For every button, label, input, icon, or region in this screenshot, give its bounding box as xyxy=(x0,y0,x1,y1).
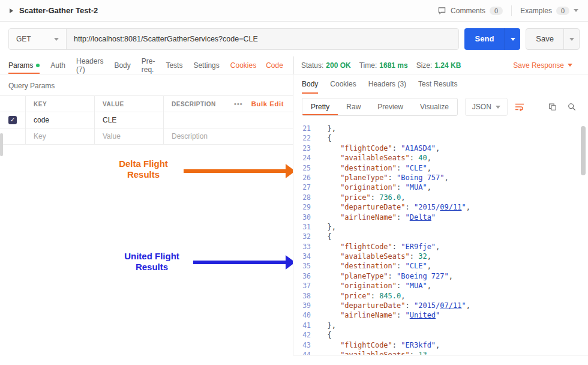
code-line: 41 }, xyxy=(293,321,588,330)
line-number: 25 xyxy=(293,163,319,173)
united-arrow-head-icon xyxy=(286,255,293,270)
line-number: 31 xyxy=(293,222,319,232)
code-line: 44 "availableSeats": 13, xyxy=(293,350,588,355)
sidebar-scroll-handle[interactable] xyxy=(0,133,3,156)
comment-icon xyxy=(437,6,446,15)
view-preview[interactable]: Preview xyxy=(369,98,412,115)
method-select[interactable]: GET xyxy=(9,29,67,49)
line-number: 23 xyxy=(293,143,319,153)
request-tabs-row: Params Auth Headers (7) Body Pre-req. Te… xyxy=(0,56,588,74)
save-options-button[interactable] xyxy=(563,29,579,49)
search-icon[interactable] xyxy=(568,103,576,111)
response-tab-body[interactable]: Body xyxy=(302,74,318,94)
code-line: 21 }, xyxy=(293,124,588,133)
send-options-button[interactable] xyxy=(505,28,520,50)
line-number: 32 xyxy=(293,232,319,241)
line-number: 33 xyxy=(293,242,319,252)
chevron-down-icon xyxy=(54,38,59,41)
code-line: 43 "flightCode": "ER3kfd", xyxy=(293,340,588,350)
param-key-placeholder[interactable]: Key xyxy=(25,128,94,144)
column-key: KEY xyxy=(25,96,94,112)
delta-arrow-head-icon xyxy=(286,164,293,178)
code-line: 35 "destination": "CLE", xyxy=(293,261,588,271)
format-select[interactable]: JSON xyxy=(465,98,508,116)
code-line: 39 "departureDate": "2015/07/11", xyxy=(293,301,588,310)
code-line: 33 "flightCode": "ER9fje", xyxy=(293,242,588,252)
tab-body[interactable]: Body xyxy=(114,56,130,74)
time-label: Time: xyxy=(359,61,377,70)
view-pretty[interactable]: Pretty xyxy=(302,98,338,115)
param-value-cell[interactable]: CLE xyxy=(94,112,163,128)
response-tab-test-results[interactable]: Test Results xyxy=(418,74,457,94)
tab-params[interactable]: Params xyxy=(8,56,40,74)
code-link[interactable]: Code xyxy=(266,61,283,70)
request-title: Scatter-Gather Test-2 xyxy=(19,6,98,15)
line-number: 34 xyxy=(293,252,319,261)
view-mode-segmented-control: Pretty Raw Preview Visualize xyxy=(302,98,458,116)
response-tab-headers[interactable]: Headers (3) xyxy=(368,74,406,94)
line-number: 29 xyxy=(293,202,319,212)
tab-prerequest-label: Pre-req. xyxy=(142,57,155,74)
code-line: 29 "departureDate": "2015/09/11", xyxy=(293,202,588,212)
param-key-cell[interactable]: code xyxy=(25,112,94,128)
copy-icon[interactable] xyxy=(548,103,557,111)
bulk-edit-link[interactable]: Bulk Edit xyxy=(251,100,284,107)
status-label: Status: xyxy=(301,61,323,70)
tab-settings-label: Settings xyxy=(193,61,219,70)
cookies-link[interactable]: Cookies xyxy=(230,61,256,70)
comments-count-badge: 0 xyxy=(490,7,503,15)
params-header-row: KEY VALUE DESCRIPTION ••• Bulk Edit xyxy=(0,96,293,112)
line-number: 41 xyxy=(293,321,319,330)
vertical-scrollbar-thumb[interactable] xyxy=(581,126,586,175)
tab-auth[interactable]: Auth xyxy=(50,56,65,74)
status-value: 200 OK xyxy=(326,61,350,70)
line-number: 43 xyxy=(293,340,319,350)
tab-tests[interactable]: Tests xyxy=(166,56,182,74)
delta-arrow-line xyxy=(184,169,286,173)
param-value-placeholder[interactable]: Value xyxy=(94,128,163,144)
tab-prerequest[interactable]: Pre-req. xyxy=(142,56,155,74)
line-number: 36 xyxy=(293,271,319,281)
tab-tests-label: Tests xyxy=(166,61,182,70)
more-options-icon[interactable]: ••• xyxy=(234,100,243,107)
code-line: 30 "airlineName": "Delta" xyxy=(293,213,588,222)
tab-settings[interactable]: Settings xyxy=(193,56,219,74)
response-size: Size: 1.24 KB xyxy=(416,61,461,70)
save-button[interactable]: Save xyxy=(526,29,563,49)
delta-annotation: Delta Flight Results xyxy=(101,158,186,180)
delta-annotation-line1: Delta Flight xyxy=(101,158,186,169)
line-number: 27 xyxy=(293,182,319,192)
tab-headers[interactable]: Headers (7) xyxy=(76,56,103,74)
united-annotation-line1: United Flight xyxy=(109,251,194,262)
param-description-cell[interactable] xyxy=(163,112,293,128)
wrap-text-icon[interactable] xyxy=(515,103,524,111)
query-params-title: Query Params xyxy=(0,74,293,95)
param-description-placeholder[interactable]: Description xyxy=(163,128,293,144)
size-value: 1.24 KB xyxy=(434,61,461,70)
code-line: 36 "planeType": "Boeing 727", xyxy=(293,271,588,281)
chevron-down-icon xyxy=(574,9,578,12)
response-body-editor[interactable]: 21 },22 {23 "flightCode": "A1ASD4",24 "a… xyxy=(293,120,588,355)
code-line: 37 "origination": "MUA", xyxy=(293,281,588,291)
send-button[interactable]: Send xyxy=(464,28,505,50)
comments-button[interactable]: Comments 0 xyxy=(437,6,503,15)
view-raw[interactable]: Raw xyxy=(338,98,369,115)
params-active-dot-icon xyxy=(36,64,40,67)
view-visualize[interactable]: Visualize xyxy=(412,98,457,115)
response-pane: Body Cookies Headers (3) Test Results Pr… xyxy=(293,74,588,355)
united-annotation-line2: Results xyxy=(109,262,194,273)
expand-caret-icon[interactable] xyxy=(10,8,13,13)
url-input[interactable] xyxy=(67,29,458,49)
param-row: ✓ code CLE xyxy=(0,112,293,128)
response-tab-cookies[interactable]: Cookies xyxy=(330,74,356,94)
postman-app: Scatter-Gather Test-2 Comments 0 Example… xyxy=(0,0,588,365)
column-description-label: DESCRIPTION xyxy=(172,101,216,107)
code-line: 25 "destination": "CLE", xyxy=(293,163,588,173)
examples-button[interactable]: Examples 0 xyxy=(520,7,578,15)
save-response-button[interactable]: Save Response xyxy=(513,61,588,70)
request-bar: GET Send Save xyxy=(0,22,588,56)
line-number: 21 xyxy=(293,124,319,133)
request-params-pane: Query Params KEY VALUE DESCRIPTION ••• B… xyxy=(0,74,293,355)
param-checkbox-checked[interactable]: ✓ xyxy=(8,116,17,124)
code-line: 23 "flightCode": "A1ASD4", xyxy=(293,143,588,153)
